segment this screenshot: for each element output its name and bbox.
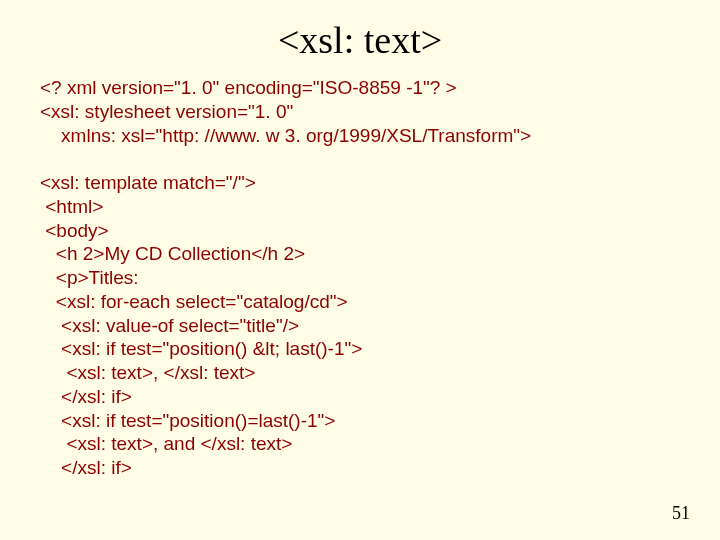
page-number: 51 [672,503,690,524]
code-line: </xsl: if> [40,385,680,409]
code-line: <? xml version="1. 0" encoding="ISO-8859… [40,76,680,100]
code-line: <xsl: template match="/"> [40,171,680,195]
code-line: <h 2>My CD Collection</h 2> [40,242,680,266]
code-line: <xsl: value-of select="title"/> [40,314,680,338]
slide: <xsl: text> <? xml version="1. 0" encodi… [0,0,720,540]
code-line: </xsl: if> [40,456,680,480]
code-line: <xsl: text>, </xsl: text> [40,361,680,385]
slide-title: <xsl: text> [40,18,680,62]
code-line: <xsl: if test="position()=last()-1"> [40,409,680,433]
code-line: <xsl: text>, and </xsl: text> [40,432,680,456]
code-line: <p>Titles: [40,266,680,290]
code-line: <xsl: for-each select="catalog/cd"> [40,290,680,314]
code-line: <body> [40,219,680,243]
code-line: <xsl: stylesheet version="1. 0" [40,100,680,124]
code-line: <html> [40,195,680,219]
code-line: <xsl: if test="position() &lt; last()-1"… [40,337,680,361]
code-block: <? xml version="1. 0" encoding="ISO-8859… [40,76,680,480]
code-line [40,147,680,171]
code-line: xmlns: xsl="http: //www. w 3. org/1999/X… [40,124,680,148]
